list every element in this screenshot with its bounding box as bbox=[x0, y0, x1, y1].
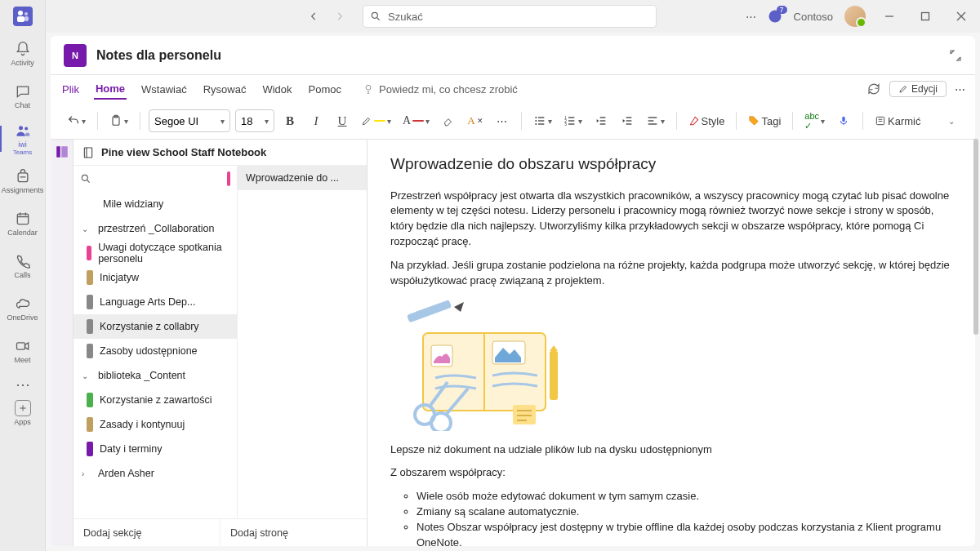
toolbar: ▾ ▾ Segoe UI▾ 18▾ B I U ▾ A▾ A✕ ⋯ ▾ 123▾… bbox=[60, 103, 965, 139]
notifications[interactable]: 7 bbox=[768, 9, 782, 24]
more-font[interactable]: ⋯ bbox=[492, 109, 513, 133]
search-icon bbox=[80, 173, 91, 184]
rail-apps[interactable]: ＋ bbox=[15, 400, 31, 416]
indent-button[interactable] bbox=[617, 109, 638, 133]
rail-chat[interactable]: Chat bbox=[0, 75, 46, 118]
svg-rect-19 bbox=[538, 117, 544, 118]
section-label: Zasady i kontynuuj bbox=[100, 419, 185, 430]
undo-button[interactable]: ▾ bbox=[64, 109, 89, 133]
spellcheck-button[interactable]: abc✓▾ bbox=[801, 109, 828, 133]
dictate-button[interactable] bbox=[833, 109, 854, 133]
tags-button[interactable]: Tagi bbox=[745, 109, 784, 133]
svg-rect-35 bbox=[648, 120, 653, 121]
format-painter-button[interactable]: A✕ bbox=[464, 109, 486, 133]
tab-file[interactable]: Plik bbox=[60, 80, 81, 99]
rail-teams[interactable]: iwiTeams bbox=[0, 118, 46, 160]
window-close[interactable] bbox=[949, 4, 973, 29]
section-meeting-notes[interactable]: Uwagi dotyczące spotkania personelu bbox=[74, 241, 237, 265]
align-button[interactable]: ▾ bbox=[643, 109, 668, 133]
svg-rect-29 bbox=[599, 120, 605, 121]
search-input[interactable]: Szukać bbox=[363, 5, 657, 28]
phone-icon bbox=[15, 253, 31, 269]
scrollbar[interactable] bbox=[973, 139, 978, 335]
font-color-button[interactable]: A▾ bbox=[399, 109, 433, 133]
tab-view[interactable]: Widok bbox=[261, 80, 293, 99]
svg-rect-41 bbox=[61, 146, 68, 158]
more-menu[interactable]: ⋯ bbox=[746, 11, 756, 23]
rail-activity[interactable]: Activity bbox=[0, 33, 46, 75]
svg-rect-42 bbox=[84, 148, 91, 158]
page-canvas[interactable]: Wprowadzenie do obszaru współpracy Przes… bbox=[368, 140, 975, 546]
nb-footer: Dodaj sekcję Dodaj stronę bbox=[74, 518, 367, 546]
add-section-button[interactable]: Dodaj sekcję bbox=[74, 519, 220, 546]
tell-me[interactable]: Powiedz mi, co chcesz zrobić bbox=[363, 83, 518, 96]
feed-button[interactable]: Karmić bbox=[871, 109, 924, 133]
page-item-intro[interactable]: Wprowadzenie do ... bbox=[238, 166, 367, 190]
tab-help[interactable]: Pomoc bbox=[307, 80, 343, 99]
rail-meet[interactable]: Meet bbox=[0, 330, 46, 372]
window-maximize[interactable] bbox=[913, 4, 938, 29]
bold-button[interactable]: B bbox=[279, 109, 301, 133]
rail-more[interactable]: ⋯ bbox=[16, 375, 30, 393]
section-welcome[interactable]: Mile widziany bbox=[74, 192, 237, 216]
section-dates[interactable]: Daty i terminy bbox=[74, 437, 237, 461]
styles-button[interactable]: Style bbox=[685, 109, 728, 133]
notebook-switcher[interactable] bbox=[51, 140, 74, 546]
rail-calls[interactable]: Calls bbox=[0, 245, 46, 287]
group-content-library[interactable]: ⌄biblioteka _Content bbox=[74, 363, 237, 388]
expand-icon[interactable] bbox=[949, 49, 962, 62]
sync-icon[interactable] bbox=[866, 82, 881, 96]
tab-home[interactable]: Home bbox=[94, 79, 127, 100]
italic-button[interactable]: I bbox=[305, 109, 327, 133]
svg-point-10 bbox=[372, 12, 377, 18]
font-name-select[interactable]: Segoe UI▾ bbox=[149, 109, 230, 132]
section-shared-resources[interactable]: Zasoby udostępnione bbox=[74, 339, 237, 363]
rail-label: Calls bbox=[14, 271, 30, 279]
font-size-select[interactable]: 18▾ bbox=[235, 109, 274, 132]
svg-rect-39 bbox=[876, 117, 884, 124]
pencil-icon bbox=[898, 84, 908, 94]
numbering-icon: 123 bbox=[564, 114, 577, 127]
ribbon-collapse[interactable]: ⌄ bbox=[941, 109, 962, 133]
outdent-button[interactable] bbox=[590, 109, 612, 133]
notebook-icon bbox=[55, 144, 69, 159]
numbering-button[interactable]: 123▾ bbox=[560, 109, 586, 133]
tab-insert[interactable]: Wstawiać bbox=[140, 80, 189, 99]
section-label: Korzystanie z collabry bbox=[100, 321, 199, 332]
notif-count: 7 bbox=[777, 6, 787, 14]
avatar[interactable] bbox=[844, 6, 866, 27]
section-using-content[interactable]: Korzystanie z zawartości bbox=[74, 388, 237, 412]
section-search[interactable] bbox=[74, 166, 237, 192]
clipboard-icon bbox=[109, 114, 122, 127]
rail-calendar[interactable]: Calendar bbox=[0, 202, 46, 245]
rail-assignments[interactable]: Assignments bbox=[0, 160, 46, 202]
svg-marker-50 bbox=[454, 302, 464, 312]
underline-button[interactable]: U bbox=[332, 109, 353, 133]
add-page-button[interactable]: Dodaj stronę bbox=[220, 519, 367, 546]
svg-point-16 bbox=[535, 117, 537, 118]
tab-draw[interactable]: Rysować bbox=[202, 80, 248, 99]
window-minimize[interactable] bbox=[877, 4, 902, 29]
page-paragraph: Przestrzeń współpracy jest otwarta dla w… bbox=[390, 189, 952, 250]
section-language-arts[interactable]: Language Arts Dep... bbox=[74, 290, 237, 314]
ribbon-more[interactable]: ⋯ bbox=[955, 83, 965, 96]
app-header: N Notes dla personelu bbox=[51, 36, 975, 75]
rail-onedrive[interactable]: OneDrive bbox=[0, 287, 46, 330]
nav-back[interactable] bbox=[304, 7, 323, 26]
clipboard-button[interactable]: ▾ bbox=[106, 109, 131, 133]
tellme-text: Powiedz mi, co chcesz zrobić bbox=[379, 83, 518, 96]
highlight-button[interactable]: ▾ bbox=[358, 109, 394, 133]
bullets-button[interactable]: ▾ bbox=[530, 109, 555, 133]
notebook-title-row[interactable]: Pine view School Staff Notebook bbox=[74, 140, 367, 166]
section-using-collab[interactable]: Korzystanie z collabry bbox=[74, 314, 237, 339]
section-policies[interactable]: Zasady i kontynuuj bbox=[74, 412, 237, 437]
svg-text:3: 3 bbox=[564, 122, 567, 127]
group-arden[interactable]: ›Arden Asher bbox=[74, 461, 237, 486]
clear-format-button[interactable] bbox=[438, 109, 459, 133]
svg-rect-34 bbox=[648, 117, 657, 118]
backpack-icon bbox=[15, 168, 31, 184]
group-collaboration[interactable]: ⌄przestrzeń _Collaboration bbox=[74, 216, 237, 241]
editing-mode-button[interactable]: Edycji bbox=[889, 81, 947, 97]
section-initiatives[interactable]: Inicjatyw bbox=[74, 265, 237, 290]
nav-forward[interactable] bbox=[330, 7, 350, 26]
